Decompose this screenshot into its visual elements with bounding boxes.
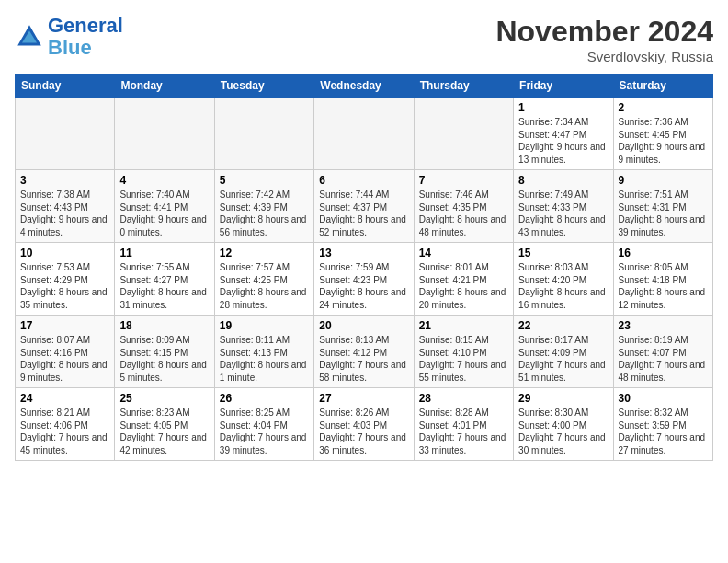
- day-info: Sunrise: 7:55 AMSunset: 4:27 PMDaylight:…: [119, 261, 209, 311]
- day-number: 12: [220, 247, 309, 259]
- calendar-day-cell: 25Sunrise: 8:23 AMSunset: 4:05 PMDayligh…: [115, 388, 214, 461]
- calendar-day-cell: 16Sunrise: 8:05 AMSunset: 4:18 PMDayligh…: [613, 243, 712, 316]
- day-number: 5: [220, 174, 309, 187]
- day-number: 16: [619, 247, 708, 259]
- calendar-day-cell: 3Sunrise: 7:38 AMSunset: 4:43 PMDaylight…: [16, 170, 115, 243]
- calendar-day-cell: 4Sunrise: 7:40 AMSunset: 4:41 PMDaylight…: [115, 170, 214, 243]
- calendar-day-cell: [16, 98, 115, 170]
- day-info: Sunrise: 8:21 AMSunset: 4:06 PMDaylight:…: [20, 407, 109, 456]
- calendar-day-cell: 23Sunrise: 8:19 AMSunset: 4:07 PMDayligh…: [613, 316, 712, 388]
- calendar-week-row: 24Sunrise: 8:21 AMSunset: 4:06 PMDayligh…: [16, 388, 713, 461]
- day-info: Sunrise: 7:44 AMSunset: 4:37 PMDaylight:…: [319, 189, 408, 238]
- calendar-day-cell: 6Sunrise: 7:44 AMSunset: 4:37 PMDaylight…: [314, 170, 414, 243]
- location: Sverdlovskiy, Russia: [495, 49, 713, 64]
- day-info: Sunrise: 7:34 AMSunset: 4:47 PMDaylight:…: [518, 116, 608, 166]
- day-info: Sunrise: 7:53 AMSunset: 4:29 PMDaylight:…: [20, 261, 109, 311]
- calendar-day-cell: 1Sunrise: 7:34 AMSunset: 4:47 PMDaylight…: [514, 98, 613, 170]
- calendar-day-cell: [214, 98, 313, 170]
- calendar-day-cell: 28Sunrise: 8:28 AMSunset: 4:01 PMDayligh…: [414, 388, 513, 461]
- day-number: 20: [319, 319, 408, 332]
- calendar-day-cell: 21Sunrise: 8:15 AMSunset: 4:10 PMDayligh…: [414, 316, 513, 388]
- day-info: Sunrise: 7:38 AMSunset: 4:43 PMDaylight:…: [20, 189, 109, 238]
- day-info: Sunrise: 8:05 AMSunset: 4:18 PMDaylight:…: [619, 261, 708, 311]
- calendar-day-cell: 8Sunrise: 7:49 AMSunset: 4:33 PMDaylight…: [514, 170, 613, 243]
- day-of-week-header: Saturday: [613, 75, 712, 98]
- day-number: 15: [518, 247, 608, 259]
- day-number: 3: [20, 174, 109, 187]
- day-info: Sunrise: 8:19 AMSunset: 4:07 PMDaylight:…: [619, 334, 708, 384]
- calendar-day-cell: 22Sunrise: 8:17 AMSunset: 4:09 PMDayligh…: [514, 316, 613, 388]
- day-number: 26: [220, 392, 309, 405]
- calendar-day-cell: 24Sunrise: 8:21 AMSunset: 4:06 PMDayligh…: [16, 388, 115, 461]
- day-of-week-header: Thursday: [414, 75, 513, 98]
- day-info: Sunrise: 7:40 AMSunset: 4:41 PMDaylight:…: [119, 189, 209, 238]
- calendar-day-cell: 30Sunrise: 8:32 AMSunset: 3:59 PMDayligh…: [613, 388, 712, 461]
- calendar-week-row: 3Sunrise: 7:38 AMSunset: 4:43 PMDaylight…: [16, 170, 713, 243]
- day-info: Sunrise: 8:32 AMSunset: 3:59 PMDaylight:…: [619, 407, 708, 456]
- day-number: 14: [419, 247, 508, 259]
- title-block: November 2024 Sverdlovskiy, Russia: [495, 15, 713, 64]
- calendar-day-cell: 9Sunrise: 7:51 AMSunset: 4:31 PMDaylight…: [613, 170, 712, 243]
- day-number: 30: [619, 392, 708, 405]
- day-of-week-header: Monday: [115, 75, 214, 98]
- calendar-day-cell: 15Sunrise: 8:03 AMSunset: 4:20 PMDayligh…: [514, 243, 613, 316]
- calendar-day-cell: 27Sunrise: 8:26 AMSunset: 4:03 PMDayligh…: [314, 388, 414, 461]
- day-info: Sunrise: 7:49 AMSunset: 4:33 PMDaylight:…: [518, 189, 608, 238]
- day-info: Sunrise: 8:09 AMSunset: 4:15 PMDaylight:…: [119, 334, 209, 384]
- calendar-week-row: 10Sunrise: 7:53 AMSunset: 4:29 PMDayligh…: [16, 243, 713, 316]
- day-number: 11: [119, 247, 209, 259]
- day-info: Sunrise: 8:28 AMSunset: 4:01 PMDaylight:…: [419, 407, 508, 456]
- calendar-day-cell: 12Sunrise: 7:57 AMSunset: 4:25 PMDayligh…: [214, 243, 313, 316]
- calendar-day-cell: 26Sunrise: 8:25 AMSunset: 4:04 PMDayligh…: [214, 388, 313, 461]
- day-number: 28: [419, 392, 508, 405]
- day-number: 21: [419, 319, 508, 332]
- day-info: Sunrise: 8:07 AMSunset: 4:16 PMDaylight:…: [20, 334, 109, 384]
- day-info: Sunrise: 7:57 AMSunset: 4:25 PMDaylight:…: [220, 261, 309, 311]
- logo-line1: General: [48, 14, 123, 37]
- day-info: Sunrise: 8:30 AMSunset: 4:00 PMDaylight:…: [518, 407, 608, 456]
- calendar-week-row: 1Sunrise: 7:34 AMSunset: 4:47 PMDaylight…: [16, 98, 713, 170]
- day-number: 2: [619, 101, 708, 114]
- day-number: 10: [20, 247, 109, 259]
- day-info: Sunrise: 8:13 AMSunset: 4:12 PMDaylight:…: [319, 334, 408, 384]
- calendar-day-cell: 19Sunrise: 8:11 AMSunset: 4:13 PMDayligh…: [214, 316, 313, 388]
- calendar-day-cell: 20Sunrise: 8:13 AMSunset: 4:12 PMDayligh…: [314, 316, 414, 388]
- day-info: Sunrise: 8:11 AMSunset: 4:13 PMDaylight:…: [220, 334, 309, 384]
- day-info: Sunrise: 8:17 AMSunset: 4:09 PMDaylight:…: [518, 334, 608, 384]
- day-info: Sunrise: 8:15 AMSunset: 4:10 PMDaylight:…: [419, 334, 508, 384]
- calendar-day-cell: 7Sunrise: 7:46 AMSunset: 4:35 PMDaylight…: [414, 170, 513, 243]
- day-number: 27: [319, 392, 408, 405]
- day-info: Sunrise: 8:23 AMSunset: 4:05 PMDaylight:…: [119, 407, 209, 456]
- calendar-day-cell: [314, 98, 414, 170]
- day-number: 19: [220, 319, 309, 332]
- calendar-day-cell: 29Sunrise: 8:30 AMSunset: 4:00 PMDayligh…: [514, 388, 613, 461]
- day-info: Sunrise: 7:51 AMSunset: 4:31 PMDaylight:…: [619, 189, 708, 238]
- day-number: 17: [20, 319, 109, 332]
- calendar-table: SundayMondayTuesdayWednesdayThursdayFrid…: [15, 74, 713, 461]
- calendar-day-cell: 17Sunrise: 8:07 AMSunset: 4:16 PMDayligh…: [16, 316, 115, 388]
- calendar-week-row: 17Sunrise: 8:07 AMSunset: 4:16 PMDayligh…: [16, 316, 713, 388]
- day-info: Sunrise: 8:25 AMSunset: 4:04 PMDaylight:…: [220, 407, 309, 456]
- calendar-day-cell: [414, 98, 513, 170]
- day-number: 9: [619, 174, 708, 187]
- day-info: Sunrise: 7:42 AMSunset: 4:39 PMDaylight:…: [220, 189, 309, 238]
- day-number: 29: [518, 392, 608, 405]
- day-info: Sunrise: 7:59 AMSunset: 4:23 PMDaylight:…: [319, 261, 408, 311]
- calendar-day-cell: 14Sunrise: 8:01 AMSunset: 4:21 PMDayligh…: [414, 243, 513, 316]
- calendar-day-cell: 18Sunrise: 8:09 AMSunset: 4:15 PMDayligh…: [115, 316, 214, 388]
- day-number: 22: [518, 319, 608, 332]
- day-of-week-header: Sunday: [16, 75, 115, 98]
- day-number: 8: [518, 174, 608, 187]
- calendar-day-cell: 2Sunrise: 7:36 AMSunset: 4:45 PMDaylight…: [613, 98, 712, 170]
- day-number: 23: [619, 319, 708, 332]
- logo-line2: Blue: [48, 36, 92, 59]
- calendar-day-cell: 10Sunrise: 7:53 AMSunset: 4:29 PMDayligh…: [16, 243, 115, 316]
- day-info: Sunrise: 8:01 AMSunset: 4:21 PMDaylight:…: [419, 261, 508, 311]
- day-number: 1: [518, 101, 608, 114]
- day-number: 25: [119, 392, 209, 405]
- day-info: Sunrise: 8:26 AMSunset: 4:03 PMDaylight:…: [319, 407, 408, 456]
- day-number: 18: [119, 319, 209, 332]
- calendar-day-cell: 5Sunrise: 7:42 AMSunset: 4:39 PMDaylight…: [214, 170, 313, 243]
- logo: General Blue: [15, 15, 123, 59]
- day-of-week-header: Wednesday: [314, 75, 414, 98]
